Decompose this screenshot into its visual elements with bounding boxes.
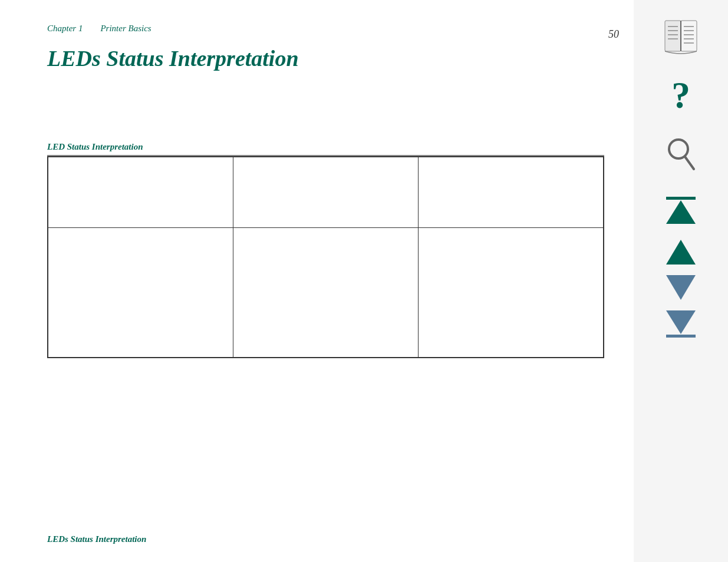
svg-line-14 xyxy=(685,157,694,169)
table-cell xyxy=(419,228,604,358)
section-label: LED Status Interpretation xyxy=(47,142,604,156)
table-row xyxy=(48,157,604,228)
navigate-prev-icon[interactable] xyxy=(666,240,696,265)
nav-first-bar xyxy=(666,197,696,200)
sidebar: ? xyxy=(634,0,728,562)
breadcrumb-title: Printer Basics xyxy=(100,24,151,34)
table-cell xyxy=(233,228,419,358)
svg-text:?: ? xyxy=(671,76,690,116)
breadcrumb-chapter: Chapter 1 xyxy=(47,24,83,34)
page-number: 50 xyxy=(608,28,619,41)
breadcrumb: Chapter 1 Printer Basics xyxy=(47,24,604,34)
navigate-next-icon[interactable] xyxy=(666,275,696,300)
table-cell xyxy=(48,157,233,228)
nav-last-triangle xyxy=(666,310,696,334)
table-cell xyxy=(48,228,233,358)
main-content: Chapter 1 Printer Basics LEDs Status Int… xyxy=(0,0,634,562)
page-title: LEDs Status Interpretation xyxy=(47,45,604,71)
svg-rect-0 xyxy=(665,21,681,51)
navigation-icons xyxy=(663,197,699,343)
help-icon[interactable]: ? xyxy=(665,76,697,117)
table-cell xyxy=(233,157,419,228)
led-status-table xyxy=(47,156,604,358)
table-row xyxy=(48,228,604,358)
table-cell xyxy=(419,157,604,228)
footer-text: LEDs Status Interpretation xyxy=(47,534,146,544)
search-icon[interactable] xyxy=(665,135,697,173)
nav-last-bar xyxy=(666,335,696,338)
navigate-first-icon[interactable] xyxy=(663,197,699,229)
svg-rect-1 xyxy=(681,21,697,51)
nav-first-triangle xyxy=(666,200,696,224)
navigate-last-icon[interactable] xyxy=(663,310,699,343)
book-icon[interactable] xyxy=(660,18,701,58)
